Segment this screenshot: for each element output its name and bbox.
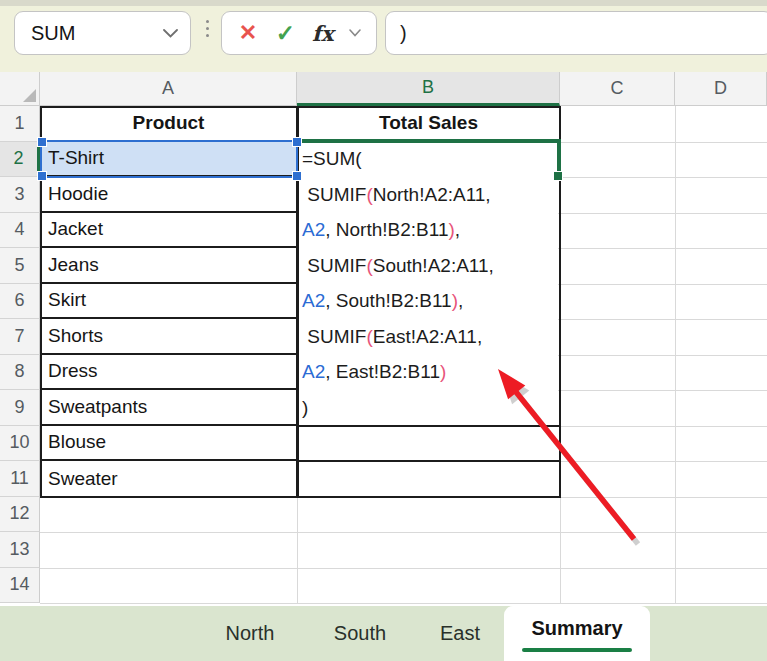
cell-editor-b2[interactable]: =SUM( SUMIF(North!A2:A11,A2, North!B2:B1… [299, 141, 558, 426]
select-all-triangle-icon [23, 89, 36, 102]
gridline-h [40, 568, 767, 569]
cell-a9[interactable]: Sweatpants [42, 390, 296, 426]
active-tab-label: Summary [531, 617, 622, 640]
formula-segment: South!A2:A11, [373, 255, 494, 276]
select-all-corner[interactable] [0, 72, 40, 106]
formula-line-3: A2, North!B2:B11), [299, 212, 558, 248]
row-header-7[interactable]: 7 [0, 319, 40, 355]
formula-segment: , North!B2:B11 [325, 219, 448, 240]
cell-a6[interactable]: Skirt [42, 284, 296, 320]
cell-a4[interactable]: Jacket [42, 213, 296, 249]
name-box-dropdown-icon[interactable] [163, 29, 178, 38]
sheet-tab-north[interactable]: North [226, 606, 275, 661]
formula-toolbar: SUM ✕ ✓ fx ) [0, 0, 767, 72]
cell-a2[interactable]: T-Shirt [42, 142, 296, 178]
row-header-9[interactable]: 9 [0, 390, 40, 426]
formula-segment: East!A2:A11, [373, 326, 483, 347]
formula-ref-segment: A2 [302, 290, 325, 311]
sheet-tab-south[interactable]: South [334, 606, 386, 661]
sheet-tab-summary[interactable]: Summary [504, 606, 650, 661]
formula-segment: , [455, 219, 460, 240]
column-header-d[interactable]: D [675, 72, 767, 106]
cancel-x-icon: ✕ [239, 22, 257, 44]
formula-ref-segment: A2 [302, 361, 325, 382]
reference-handle-icon[interactable] [292, 137, 302, 147]
fx-icon: fx [312, 21, 334, 46]
formula-segment: =SUM( [302, 148, 362, 169]
row-header-3[interactable]: 3 [0, 177, 40, 213]
row-header-2[interactable]: 2 [0, 142, 40, 178]
cell-a3[interactable]: Hoodie [42, 177, 296, 213]
name-box[interactable]: SUM [14, 11, 191, 55]
active-tab-underline [522, 648, 632, 653]
column-header-a[interactable]: A [40, 72, 297, 106]
row-header-8[interactable]: 8 [0, 355, 40, 391]
active-cell-top-border [297, 139, 561, 143]
formula-line-4: SUMIF(South!A2:A11, [299, 248, 558, 284]
table-line [297, 425, 560, 427]
formula-segment: ) [440, 361, 446, 382]
formula-segment: , South!B2:B11 [325, 290, 451, 311]
gridline-v [675, 106, 676, 603]
enter-check-icon: ✓ [276, 22, 295, 45]
formula-segment: , [458, 290, 463, 311]
name-box-value: SUM [15, 22, 163, 45]
formula-bar-value: ) [386, 22, 407, 45]
formula-line-2: SUMIF(North!A2:A11, [299, 177, 558, 213]
insert-function-button[interactable]: fx [310, 18, 336, 48]
row-header-5[interactable]: 5 [0, 248, 40, 284]
cell-b1-sales-header[interactable]: Total Sales [297, 106, 560, 140]
row-header-11[interactable]: 11 [0, 461, 40, 497]
toolbar-resize-dots-icon [201, 20, 213, 37]
sheet-tab-east[interactable]: East [440, 606, 480, 661]
row-header-12[interactable]: 12 [0, 497, 40, 533]
formula-segment: North!A2:A11, [373, 184, 491, 205]
column-header-b[interactable]: B [297, 72, 560, 106]
gridline-h [40, 603, 767, 604]
gridline-h [40, 497, 767, 498]
formula-line-6: SUMIF(East!A2:A11, [299, 319, 558, 355]
formula-line-5: A2, South!B2:B11), [299, 283, 558, 319]
formula-line-8: ) [299, 390, 558, 426]
cell-a11[interactable]: Sweater [42, 461, 296, 497]
cell-a1-product-header[interactable]: Product [40, 106, 297, 142]
formula-segment: SUMIF [302, 255, 366, 276]
formula-segment: , East!B2:B11 [325, 361, 440, 382]
cell-a5[interactable]: Jeans [42, 248, 296, 284]
gridline-h [40, 532, 767, 533]
formula-bar[interactable]: ) [385, 11, 767, 55]
reference-handle-icon[interactable] [292, 171, 302, 181]
cancel-button[interactable]: ✕ [235, 18, 261, 48]
row-header-14[interactable]: 14 [0, 568, 40, 604]
formula-segment: SUMIF [302, 326, 366, 347]
row-header-1[interactable]: 1 [0, 106, 40, 142]
cell-a7[interactable]: Shorts [42, 319, 296, 355]
cell-a10[interactable]: Blouse [42, 426, 296, 462]
fill-handle[interactable] [553, 171, 563, 181]
formula-line-1: =SUM( [299, 141, 558, 177]
row-header-6[interactable]: 6 [0, 284, 40, 320]
sheet-tab-bar: NorthSouthEastSummary [0, 606, 767, 661]
row-header-4[interactable]: 4 [0, 213, 40, 249]
ribbon-edge-strip [0, 0, 767, 6]
reference-handle-icon[interactable] [37, 171, 47, 181]
fx-dropdown-icon[interactable] [347, 18, 363, 48]
formula-ref-segment: A2 [302, 219, 325, 240]
formula-line-7: A2, East!B2:B11) [299, 354, 558, 390]
formula-segment: ) [302, 397, 308, 418]
formula-segment: SUMIF [302, 184, 366, 205]
formula-buttons-group: ✕ ✓ fx [221, 11, 377, 55]
column-header-c[interactable]: C [560, 72, 675, 106]
row-header-10[interactable]: 10 [0, 426, 40, 462]
row-header-13[interactable]: 13 [0, 532, 40, 568]
table-line [297, 460, 560, 462]
reference-handle-icon[interactable] [37, 137, 47, 147]
cell-a8[interactable]: Dress [42, 355, 296, 391]
enter-button[interactable]: ✓ [272, 18, 298, 48]
